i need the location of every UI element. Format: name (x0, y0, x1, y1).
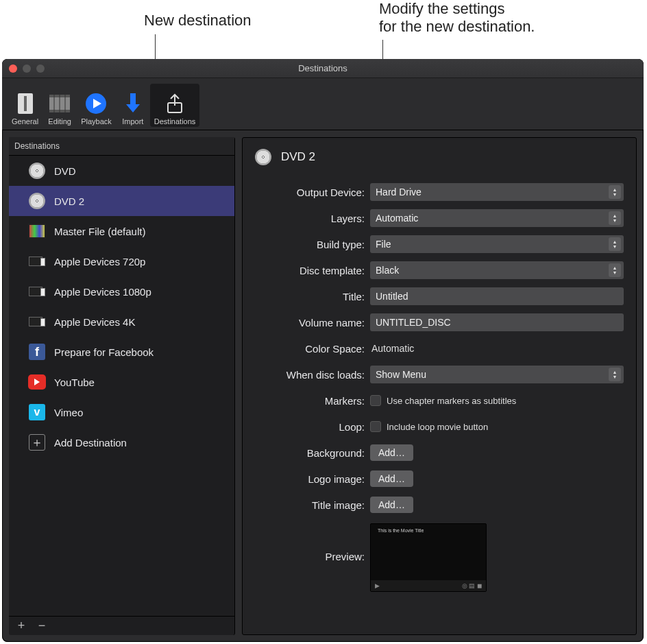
when-disc-loads-label: When disc loads: (255, 369, 365, 381)
loop-checkbox-label: Include loop movie button (387, 422, 488, 432)
logo-image-add-button[interactable]: Add… (370, 470, 413, 487)
sidebar-header: Destinations (9, 137, 234, 156)
color-space-label: Color Space: (255, 343, 365, 355)
callouts: New destination Modify the settings for … (0, 0, 647, 59)
disc-icon (255, 149, 271, 165)
sidebar-footer: + − (9, 616, 234, 635)
general-icon (15, 91, 36, 116)
chevron-updown-icon: ▲▼ (609, 263, 621, 277)
plus-box-icon: ＋ (28, 433, 46, 451)
detail-title: DVD 2 (281, 150, 315, 164)
zoom-window-button[interactable] (36, 64, 45, 73)
markers-checkbox-label: Use chapter markers as subtitles (387, 396, 516, 406)
preview-caption: This is the Movie Title (371, 524, 486, 537)
disc-template-label: Disc template: (255, 265, 365, 276)
disc-template-select[interactable]: Black ▲▼ (370, 261, 624, 279)
volume-name-label: Volume name: (255, 317, 365, 329)
sidebar-item-apple-4k[interactable]: Apple Devices 4K (9, 307, 234, 337)
editing-icon (48, 91, 71, 116)
minimize-window-button[interactable] (23, 64, 31, 73)
destinations-icon (163, 91, 186, 116)
preview-label: Preview: (255, 551, 365, 562)
tab-destinations[interactable]: Destinations (150, 84, 200, 127)
sidebar-item-dvd2[interactable]: DVD 2 (9, 186, 234, 216)
sidebar-item-label: DVD 2 (54, 195, 84, 207)
sidebar-item-youtube[interactable]: YouTube (9, 367, 234, 397)
build-type-select[interactable]: File ▲▼ (370, 235, 624, 253)
film-icon (28, 222, 46, 240)
destinations-sidebar: Destinations DVD DVD 2 Master File (defa… (9, 137, 235, 635)
preferences-window: Destinations General Editing Playback (2, 59, 644, 642)
window-traffic-lights (9, 64, 45, 73)
volume-name-input[interactable]: UNTITLED_DISC (370, 313, 624, 331)
logo-image-label: Logo image: (255, 473, 365, 485)
sidebar-item-label: Add Destination (54, 437, 127, 449)
sidebar-item-facebook[interactable]: f Prepare for Facebook (9, 337, 234, 367)
tab-general[interactable]: General (8, 84, 42, 127)
sidebar-item-label: Vimeo (54, 407, 83, 418)
markers-checkbox[interactable] (370, 395, 381, 406)
sidebar-item-label: Prepare for Facebook (54, 346, 154, 358)
output-device-label: Output Device: (255, 187, 365, 198)
loop-label: Loop: (255, 421, 365, 433)
devices-icon (28, 252, 46, 270)
add-destination-button[interactable]: + (16, 619, 27, 633)
chevron-updown-icon: ▲▼ (609, 211, 621, 225)
sidebar-item-add-destination[interactable]: ＋ Add Destination (9, 427, 234, 457)
vimeo-icon: v (28, 403, 46, 421)
title-label: Title: (255, 291, 365, 302)
markers-label: Markers: (255, 395, 365, 407)
when-disc-loads-select[interactable]: Show Menu ▲▼ (370, 366, 624, 383)
color-space-value: Automatic (370, 343, 624, 354)
destinations-list: DVD DVD 2 Master File (default) Apple De… (9, 156, 234, 616)
sidebar-item-vimeo[interactable]: v Vimeo (9, 397, 234, 427)
sidebar-item-label: YouTube (54, 377, 95, 388)
disc-icon (28, 192, 46, 210)
window-title: Destinations (298, 63, 347, 73)
detail-header: DVD 2 (255, 149, 624, 165)
svg-rect-1 (24, 96, 27, 111)
sidebar-item-label: DVD (54, 165, 76, 177)
title-image-add-button[interactable]: Add… (370, 497, 413, 513)
callout-new-destination: New destination (144, 12, 252, 29)
devices-icon (28, 313, 46, 331)
close-window-button[interactable] (9, 64, 17, 73)
chevron-updown-icon: ▲▼ (609, 368, 621, 381)
output-device-select[interactable]: Hard Drive ▲▼ (370, 183, 624, 201)
disc-icon (28, 162, 46, 180)
preview-controls: ▶ ◎ ▤ ◼ (371, 580, 486, 591)
chevron-updown-icon: ▲▼ (609, 185, 621, 199)
sidebar-item-master-file[interactable]: Master File (default) (9, 216, 234, 246)
title-input[interactable]: Untitled (370, 287, 624, 305)
svg-rect-10 (130, 93, 136, 104)
remove-destination-button[interactable]: − (36, 619, 47, 633)
tab-import[interactable]: Import (117, 84, 149, 127)
build-type-label: Build type: (255, 239, 365, 250)
callout-modify-settings: Modify the settings for the new destinat… (379, 0, 535, 36)
window-titlebar: Destinations (2, 59, 644, 78)
sidebar-item-apple-720p[interactable]: Apple Devices 720p (9, 246, 234, 276)
playback-icon (84, 91, 108, 116)
background-add-button[interactable]: Add… (370, 444, 413, 461)
import-icon (121, 91, 145, 116)
sidebar-item-label: Master File (default) (54, 226, 145, 237)
sidebar-item-label: Apple Devices 4K (54, 316, 135, 328)
background-label: Background: (255, 447, 365, 459)
layers-label: Layers: (255, 213, 365, 224)
chevron-updown-icon: ▲▼ (609, 237, 621, 251)
loop-checkbox[interactable] (370, 421, 381, 432)
tab-playback[interactable]: Playback (77, 84, 116, 127)
youtube-icon (28, 373, 46, 391)
tab-editing[interactable]: Editing (44, 84, 75, 127)
preferences-toolbar: General Editing Playback Import (2, 78, 644, 130)
sidebar-item-apple-1080p[interactable]: Apple Devices 1080p (9, 276, 234, 307)
sidebar-item-dvd[interactable]: DVD (9, 156, 234, 186)
destination-settings-panel: DVD 2 Output Device: Hard Drive ▲▼ Layer… (242, 137, 637, 635)
title-image-label: Title image: (255, 499, 365, 511)
facebook-icon: f (28, 343, 46, 361)
play-icon: ▶ (375, 582, 380, 589)
layers-select[interactable]: Automatic ▲▼ (370, 209, 624, 227)
devices-icon (28, 283, 46, 300)
preview-thumbnail: This is the Movie Title ▶ ◎ ▤ ◼ (370, 523, 487, 592)
sidebar-item-label: Apple Devices 720p (54, 256, 145, 267)
